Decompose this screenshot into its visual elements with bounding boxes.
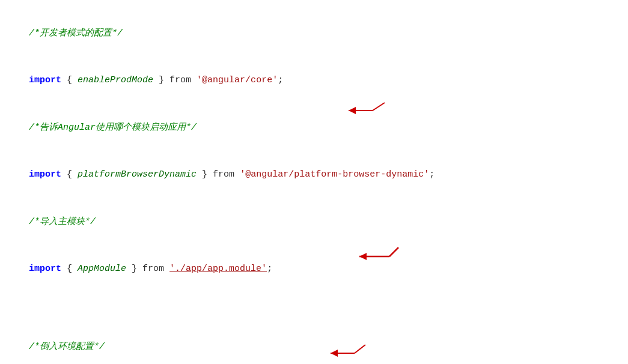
arrow-annotation-1 (353, 244, 401, 262)
keyword-import-1: import (29, 75, 61, 85)
string-app-module: './app/app.module' (169, 264, 267, 274)
comment-3: /*告诉Angular使用哪个模块启动应用*/ (29, 123, 197, 133)
svg-line-8 (389, 247, 398, 256)
from-2: from (213, 169, 240, 180)
code-line-3: /*告诉Angular使用哪个模块启动应用*/ (5, 104, 623, 151)
code-line-2: import { enableProdMode } from '@angular… (5, 57, 623, 105)
comment-5: /*导入主模块*/ (29, 217, 96, 227)
from-1: from (169, 75, 197, 85)
code-line-4: import { platformBrowserDynamic } from '… (5, 151, 623, 199)
code-line-7: /*倒入环境配置*/ (5, 323, 623, 364)
comment-7: /*倒入环境配置*/ (29, 342, 105, 352)
keyword-import-2: import (29, 169, 61, 180)
string-angular-core: '@angular/core' (197, 75, 278, 85)
comment-1: /*开发者模式的配置*/ (29, 28, 123, 38)
code-line-5: /*导入主模块*/ (5, 198, 623, 246)
identifier-platformBrowserDynamic: platformBrowserDynamic (78, 169, 197, 180)
from-3: from (142, 264, 169, 274)
identifier-enableProdMode: enableProdMode (78, 75, 153, 85)
code-line-6: import { AppModule } from './app/app.mod… (5, 246, 623, 324)
code-container: /*开发者模式的配置*/ import { enableProdMode } f… (0, 10, 628, 364)
string-platform-browser: '@angular/platform-browser-dynamic' (240, 169, 429, 180)
svg-marker-7 (359, 253, 367, 260)
code-line-1: /*开发者模式的配置*/ (5, 10, 623, 57)
keyword-import-3: import (29, 264, 61, 274)
identifier-appmodule: AppModule (78, 264, 126, 274)
